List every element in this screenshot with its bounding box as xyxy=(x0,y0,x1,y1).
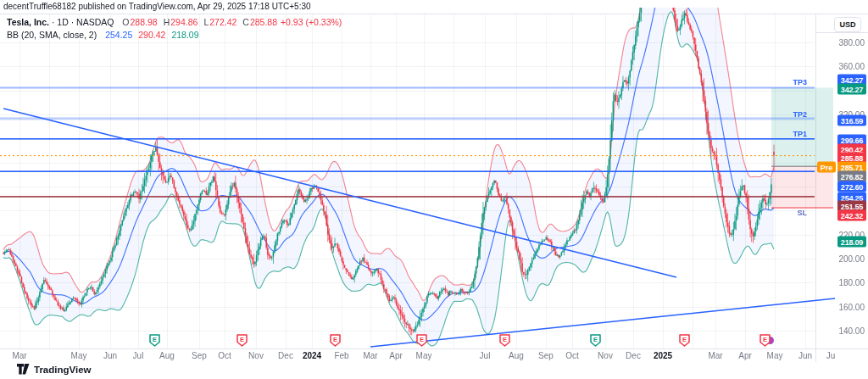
currency-button[interactable]: USD xyxy=(834,17,861,32)
price-axis-label: 380.00 xyxy=(838,38,865,47)
time-axis-label: Jul xyxy=(133,351,144,360)
svg-text:E: E xyxy=(762,336,766,343)
ohlc-key: H xyxy=(164,17,170,27)
time-axis-label: Jul xyxy=(480,351,491,360)
time-axis-label: Apr xyxy=(738,351,752,360)
earnings-marker-icon[interactable]: E xyxy=(590,334,601,347)
tradingview-logo[interactable]: TradingView xyxy=(17,364,92,375)
price-axis-label: 360.00 xyxy=(838,62,865,71)
svg-text:E: E xyxy=(682,336,686,343)
price-axis-label: 180.00 xyxy=(838,278,865,287)
time-axis-year-label: 2024 xyxy=(303,351,321,360)
symbol-meta: · 1D · NASDAQ xyxy=(52,17,114,27)
indicator-name: BB (20, SMA, close, 2) xyxy=(7,30,97,40)
svg-text:E: E xyxy=(502,336,506,343)
time-axis-label: Mar xyxy=(12,351,26,360)
earnings-marker-icon[interactable]: E xyxy=(679,334,690,347)
time-axis-label: Nov xyxy=(248,351,264,360)
time-axis-label: Ju xyxy=(826,351,836,360)
publish-info-bar: decentTruffle68182 published on TradingV… xyxy=(3,2,311,11)
ohlc-value: 288.98 xyxy=(131,17,158,27)
time-axis-label: Mar xyxy=(363,351,377,360)
time-axis-label: Dec xyxy=(278,351,293,360)
svg-text:E: E xyxy=(152,336,156,343)
tradingview-logo-text: TradingView xyxy=(34,365,92,375)
price-axis-badge: 218.09 xyxy=(837,237,866,248)
tp2-label: TP2 xyxy=(793,110,807,119)
time-axis[interactable]: MarMayJunJulAugSepOctNovDec2024FebMarApr… xyxy=(0,349,815,363)
time-axis-label: Oct xyxy=(218,351,231,360)
symbol-legend[interactable]: Tesla, Inc. · 1D · NASDAQ O288.98H294.86… xyxy=(7,17,342,27)
change-value: +0.93 (+0.33%) xyxy=(281,17,342,27)
time-axis-label: Apr xyxy=(389,351,403,360)
earnings-marker-icon[interactable]: E xyxy=(416,334,427,347)
indicator-values: 254.25290.42218.09 xyxy=(99,30,198,40)
earnings-marker-icon[interactable]: E xyxy=(760,334,771,347)
tradingview-logo-icon xyxy=(17,364,30,375)
time-axis-label: Dec xyxy=(626,351,641,360)
time-axis-label: Nov xyxy=(598,351,613,360)
time-axis-label: May xyxy=(416,351,432,360)
price-axis-badge: 272.60 xyxy=(837,181,866,192)
svg-text:E: E xyxy=(239,336,243,343)
ohlc-value: 272.42 xyxy=(209,17,236,27)
time-axis-label: Sep xyxy=(192,351,207,360)
price-axis-label: 160.00 xyxy=(838,303,865,312)
price-axis[interactable]: USD 380.00360.00320.00220.00200.00180.00… xyxy=(815,14,868,362)
ohlc-key: O xyxy=(122,17,129,27)
price-axis-badge: 242.32 xyxy=(837,210,866,221)
indicator-value: 254.25 xyxy=(105,30,132,40)
tp1-label: TP1 xyxy=(793,130,807,138)
time-axis-label: Feb xyxy=(334,351,348,360)
price-axis-label: 140.00 xyxy=(838,326,865,336)
sl-label: SL xyxy=(797,209,807,217)
time-axis-label: Oct xyxy=(565,351,579,360)
earnings-marker-icon[interactable]: E xyxy=(149,334,160,347)
time-axis-label: May xyxy=(71,351,87,360)
ohlc-value: 294.86 xyxy=(170,17,198,27)
time-axis-label: Aug xyxy=(159,351,175,360)
time-axis-label: Jun xyxy=(103,351,117,360)
time-axis-year-label: 2025 xyxy=(654,351,672,360)
time-axis-label: Sep xyxy=(538,351,554,360)
time-axis-label: May xyxy=(767,351,783,360)
premarket-pill: Pre xyxy=(817,162,836,173)
ohlc-value: 285.88 xyxy=(250,17,277,27)
tradingview-snapshot: { "top_bar": { "text": "decentTruffle681… xyxy=(0,0,868,379)
earnings-marker-icon[interactable]: E xyxy=(236,334,248,347)
indicator-value: 290.42 xyxy=(138,30,165,40)
ohlc-values: O288.98H294.86L272.42C285.88 xyxy=(116,17,277,27)
price-axis-label: 200.00 xyxy=(838,254,865,264)
tp3-label: TP3 xyxy=(793,78,807,86)
price-axis-badge: 342.27 xyxy=(837,84,866,95)
ohlc-key: L xyxy=(203,17,209,27)
earnings-marker-icon[interactable]: E xyxy=(330,334,341,347)
indicator-legend[interactable]: BB (20, SMA, close, 2) 254.25290.42218.0… xyxy=(7,30,199,40)
ohlc-key: C xyxy=(242,17,249,27)
indicator-value: 218.09 xyxy=(171,30,198,40)
svg-text:E: E xyxy=(419,336,423,343)
symbol-title: Tesla, Inc. xyxy=(7,17,49,27)
time-axis-label: Jun xyxy=(798,351,812,360)
publish-info-text: decentTruffle68182 published on TradingV… xyxy=(3,2,311,11)
price-chart-canvas[interactable] xyxy=(0,0,868,379)
svg-text:E: E xyxy=(332,336,337,343)
time-axis-label: Aug xyxy=(509,351,524,360)
time-axis-label: Mar xyxy=(708,351,722,360)
svg-text:E: E xyxy=(593,336,597,343)
price-axis-badge: 316.59 xyxy=(837,115,866,126)
earnings-marker-icon[interactable]: E xyxy=(499,334,510,347)
